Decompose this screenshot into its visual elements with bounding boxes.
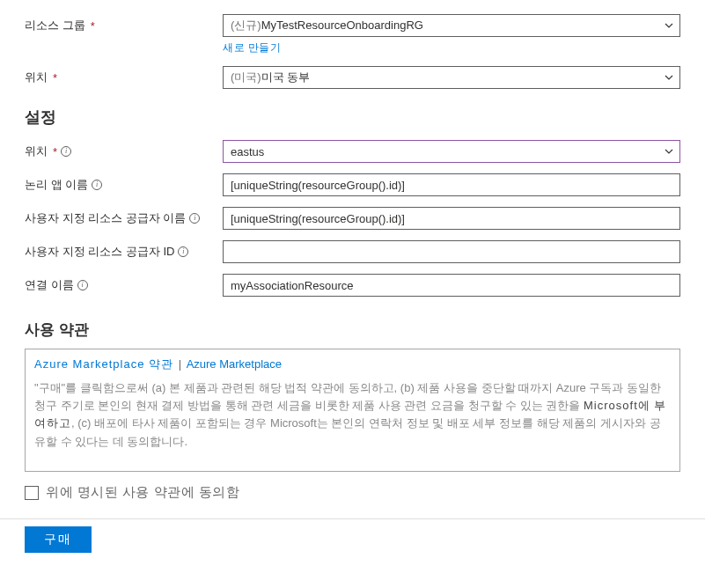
required-asterisk: * <box>91 19 95 33</box>
logic-app-name-input[interactable] <box>223 173 680 196</box>
location-select[interactable]: (미국)미국 동부 <box>223 66 680 89</box>
terms-box[interactable]: Azure Marketplace 약관 | Azure Marketplace… <box>25 349 680 472</box>
info-icon[interactable]: i <box>92 180 102 190</box>
chevron-down-icon <box>664 20 674 31</box>
agree-checkbox-label: 위에 명시된 사용 약관에 동의함 <box>46 484 239 501</box>
resource-group-label: 리소스 그룹 * <box>25 14 223 33</box>
location2-select[interactable]: eastus <box>223 140 680 163</box>
association-name-input[interactable] <box>223 274 680 297</box>
custom-rp-id-input[interactable] <box>223 240 680 263</box>
chevron-down-icon <box>664 72 674 83</box>
chevron-down-icon <box>664 146 674 157</box>
custom-rp-name-input[interactable] <box>223 207 680 230</box>
info-icon[interactable]: i <box>77 280 88 290</box>
agree-checkbox[interactable] <box>25 486 39 500</box>
buy-button[interactable]: 구매 <box>25 526 92 553</box>
terms-header: Azure Marketplace 약관 | Azure Marketplace <box>34 355 671 374</box>
info-icon[interactable]: i <box>178 246 188 257</box>
terms-body-text: "구매"를 클릭함으로써 (a) 본 제품과 관련된 해당 법적 약관에 동의하… <box>34 379 671 451</box>
terms-link-1[interactable]: Azure Marketplace 약관 <box>34 357 173 371</box>
logic-app-name-label: 논리 앱 이름 i <box>25 173 223 193</box>
terms-section-title: 사용 약관 <box>25 320 680 340</box>
required-asterisk: * <box>53 145 57 158</box>
settings-section-title: 설정 <box>25 107 680 128</box>
custom-rp-name-label: 사용자 지정 리소스 공급자 이름 i <box>25 207 223 226</box>
info-icon[interactable]: i <box>189 213 200 224</box>
footer: 구매 <box>0 518 705 563</box>
resource-group-select[interactable]: (신규)MyTestResourceOnboardingRG <box>223 14 680 37</box>
custom-rp-id-label: 사용자 지정 리소스 공급자 ID i <box>25 240 223 260</box>
info-icon[interactable]: i <box>61 146 71 157</box>
location2-label: 위치 * i <box>25 140 223 159</box>
required-asterisk: * <box>53 71 57 85</box>
location-label: 위치 * <box>25 66 223 85</box>
create-new-link[interactable]: 새로 만들기 <box>223 40 281 55</box>
association-name-label: 연결 이름 i <box>25 274 223 293</box>
terms-link-2[interactable]: Azure Marketplace <box>187 357 282 371</box>
